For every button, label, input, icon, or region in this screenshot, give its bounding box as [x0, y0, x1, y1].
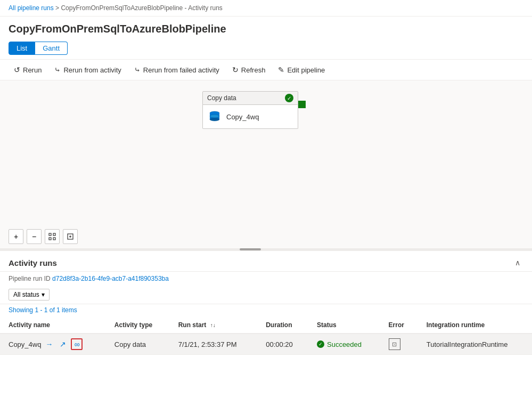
svg-point-2 — [210, 118, 219, 121]
toolbar: ↺ Rerun ⤷ Rerun from activity ⤷ Rerun fr… — [0, 59, 532, 80]
green-status-indicator — [298, 101, 306, 108]
node-body-label: Copy_4wq — [226, 113, 259, 121]
cell-duration: 00:00:20 — [257, 334, 308, 355]
showing-range: 1 - 1 — [35, 306, 47, 314]
col-header-activity-name: Activity name — [0, 317, 106, 334]
node-body: Copy_4wq — [202, 105, 298, 129]
refresh-button[interactable]: ↻ Refresh — [227, 63, 271, 77]
refresh-label: Refresh — [241, 66, 266, 74]
showing-text: Showing 1 - 1 of 1 items — [0, 304, 532, 317]
showing-label: Showing — [9, 306, 33, 314]
run-start-sort-icon: ↑↓ — [210, 322, 216, 328]
canvas-scrollbar[interactable] — [0, 248, 532, 250]
view-toggle-group: List Gantt — [0, 39, 532, 59]
activity-name-value: Copy_4wq — [9, 340, 41, 348]
cell-integration-runtime: TutorialIntegrationRuntime — [418, 334, 532, 355]
rerun-icon: ↺ — [14, 66, 20, 74]
rerun-from-activity-icon: ⤷ — [54, 66, 61, 74]
svg-point-3 — [210, 115, 219, 118]
status-filter-button[interactable]: All status ▾ — [9, 289, 50, 300]
col-header-integration-runtime: Integration runtime — [418, 317, 532, 334]
cell-activity-name: Copy_4wq → ↗ ∞ Details — [0, 334, 106, 355]
activity-runs-table: Activity name Activity type Run start ↑↓… — [0, 317, 532, 355]
pipeline-node[interactable]: Copy data ✓ Copy_4wq — [202, 91, 298, 129]
tooltip-container: ∞ Details — [71, 338, 83, 350]
col-header-status: Status — [308, 317, 380, 334]
rerun-label: Rerun — [23, 66, 42, 74]
error-monitor-icon[interactable]: ⊡ — [389, 338, 400, 350]
node-header-label: Copy data — [207, 94, 236, 102]
canvas-controls: + − — [9, 229, 78, 244]
fit-view-button[interactable] — [45, 229, 60, 244]
rerun-from-failed-label: Rerun from failed activity — [143, 66, 219, 74]
breadcrumb: All pipeline runs > CopyFromOnPremSqlToA… — [0, 0, 532, 17]
edit-icon: ✎ — [278, 66, 284, 74]
col-header-error: Error — [380, 317, 418, 334]
edit-pipeline-label: Edit pipeline — [287, 66, 325, 74]
col-header-activity-type: Activity type — [106, 317, 170, 334]
page-title: CopyFromOnPremSqlToAzureBlobPipeline — [0, 17, 532, 39]
node-header: Copy data ✓ — [202, 91, 298, 105]
svg-rect-6 — [49, 238, 51, 240]
svg-rect-4 — [49, 233, 51, 235]
row-action-icons: → ↗ ∞ Details — [43, 338, 83, 350]
col-header-duration: Duration — [257, 317, 308, 334]
showing-of: of 1 items — [50, 306, 77, 314]
expand-view-button[interactable] — [63, 229, 78, 244]
table-row: Copy_4wq → ↗ ∞ Details Copy data — [0, 334, 532, 355]
activity-runs-section: Activity runs ∧ Pipeline run ID d72d8f3a… — [0, 251, 532, 355]
output-icon[interactable]: ↗ — [57, 338, 69, 350]
pipeline-run-id-row: Pipeline run ID d72d8f3a-2b16-4fe9-acb7-… — [0, 272, 532, 286]
refresh-icon: ↻ — [232, 66, 239, 74]
cell-activity-type: Copy data — [106, 334, 170, 355]
activity-runs-header: Activity runs ∧ — [0, 251, 532, 272]
status-success-container: ✓ Succeeded — [317, 340, 372, 348]
arrow-right-icon[interactable]: → — [43, 338, 55, 350]
gantt-view-button[interactable]: Gantt — [35, 42, 68, 55]
pipeline-canvas: Copy data ✓ Copy_4wq + − — [0, 80, 532, 251]
col-header-run-start[interactable]: Run start ↑↓ — [170, 317, 258, 334]
collapse-section-button[interactable]: ∧ — [512, 257, 523, 268]
cell-status: ✓ Succeeded — [308, 334, 380, 355]
rerun-from-activity-label: Rerun from activity — [63, 66, 121, 74]
table-header-row: Activity name Activity type Run start ↑↓… — [0, 317, 532, 334]
activity-runs-table-container: Activity name Activity type Run start ↑↓… — [0, 317, 532, 355]
rerun-from-failed-button[interactable]: ⤷ Rerun from failed activity — [129, 63, 225, 77]
breadcrumb-all-pipelines[interactable]: All pipeline runs — [9, 4, 54, 12]
zoom-out-button[interactable]: − — [27, 229, 42, 244]
edit-pipeline-button[interactable]: ✎ Edit pipeline — [273, 63, 330, 77]
node-success-icon: ✓ — [285, 94, 293, 102]
list-view-button[interactable]: List — [9, 42, 35, 55]
details-icon[interactable]: ∞ — [71, 338, 83, 350]
cell-run-start: 7/1/21, 2:53:37 PM — [170, 334, 258, 355]
svg-rect-7 — [53, 238, 55, 240]
status-value: Succeeded — [327, 340, 362, 348]
filter-chevron-icon: ▾ — [42, 291, 45, 298]
rerun-button[interactable]: ↺ Rerun — [9, 63, 47, 77]
rerun-from-activity-button[interactable]: ⤷ Rerun from activity — [49, 63, 126, 77]
status-success-icon: ✓ — [317, 340, 324, 348]
activity-runs-title: Activity runs — [9, 258, 57, 267]
zoom-in-button[interactable]: + — [9, 229, 23, 244]
rerun-from-failed-icon: ⤷ — [134, 66, 141, 74]
breadcrumb-current: CopyFromOnPremSqlToAzureBlobPipeline - A… — [61, 4, 222, 12]
pipeline-run-id-label: Pipeline run ID — [9, 275, 51, 282]
pipeline-run-id-value[interactable]: d72d8f3a-2b16-4fe9-acb7-a41f890353ba — [52, 275, 169, 282]
breadcrumb-separator: > — [55, 4, 59, 12]
canvas-scrollbar-thumb[interactable] — [240, 248, 261, 250]
filter-row: All status ▾ — [0, 286, 532, 304]
svg-rect-5 — [53, 233, 55, 235]
cell-error: ⊡ — [380, 334, 418, 355]
copy-data-icon — [207, 109, 222, 124]
status-filter-label: All status — [13, 291, 39, 298]
